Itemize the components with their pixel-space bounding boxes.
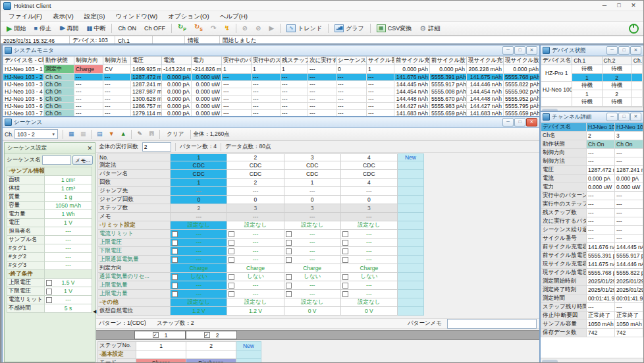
table-cell[interactable]: 2: [227, 154, 284, 161]
column-header[interactable]: Ch.: [631, 57, 642, 65]
device-status-titlebar[interactable]: デバイス状態 ─ □ ✕: [541, 45, 643, 56]
table-cell[interactable]: ---: [284, 290, 340, 298]
close-icon[interactable]: ✕: [630, 46, 641, 55]
table-cell[interactable]: ---: [171, 290, 227, 298]
table-cell[interactable]: 0: [227, 196, 284, 204]
table-row[interactable]: HJ-Neo 103 - 6Ch On------1286.757 mV0.00…: [3, 103, 540, 110]
checkbox-icon[interactable]: [286, 283, 292, 289]
table-cell[interactable]: New: [236, 342, 261, 350]
table-cell[interactable]: ---: [340, 281, 397, 290]
table-cell[interactable]: No.: [98, 154, 171, 161]
table-cell[interactable]: 1 cm³: [45, 184, 92, 193]
hold-button[interactable]: ⊘: [238, 22, 252, 35]
table-cell[interactable]: ---: [227, 213, 284, 221]
table-cell[interactable]: しない: [284, 273, 340, 281]
ch-off-button[interactable]: Ch OFF: [140, 22, 169, 35]
column-header[interactable]: Ch.1: [572, 57, 602, 65]
table-cell[interactable]: [45, 167, 92, 176]
table-cell[interactable]: CDC: [227, 161, 284, 170]
table-cell[interactable]: ---: [45, 253, 92, 262]
table-cell[interactable]: 設定なし: [284, 298, 340, 307]
table-cell[interactable]: 設定なし: [227, 298, 284, 307]
table-cell[interactable]: 0: [171, 196, 227, 204]
column-header[interactable]: 電流: [162, 57, 192, 65]
table-cell[interactable]: ---: [171, 281, 227, 290]
column-header[interactable]: 現サイクル放電容量: [504, 57, 540, 65]
table-row[interactable]: HJ-Neo 103 - 3Ch On------1287.241 mV0.00…: [3, 81, 540, 88]
column-header[interactable]: 現サイクル充電容量: [467, 57, 504, 65]
table-cell[interactable]: [397, 247, 423, 256]
table-cell[interactable]: 1.5 V: [45, 279, 92, 287]
step-2-checkbox[interactable]: 2: [186, 331, 237, 339]
table-cell[interactable]: 1 Wh: [45, 210, 92, 219]
table-cell[interactable]: 下限電圧: [98, 247, 171, 256]
table-cell[interactable]: ---: [340, 247, 397, 256]
table-cell[interactable]: 担当者名: [7, 227, 45, 236]
table-cell[interactable]: [397, 204, 423, 213]
sequence-titlebar[interactable]: シーケンス ─ □ ✕: [3, 117, 539, 128]
table-cell[interactable]: ---: [284, 247, 340, 256]
table-cell[interactable]: ---: [227, 187, 284, 196]
table-cell[interactable]: 1: [171, 154, 227, 161]
checkbox-icon[interactable]: [228, 257, 234, 263]
table-cell[interactable]: ---: [45, 236, 92, 244]
table-cell[interactable]: メモ: [98, 213, 171, 221]
jump-button[interactable]: ↯: [220, 22, 233, 35]
table-cell[interactable]: Charge: [284, 264, 340, 273]
table-cell[interactable]: Charge: [340, 264, 397, 273]
resume-button[interactable]: ▮▶再開: [55, 22, 83, 35]
export-icon[interactable]: ▲: [118, 129, 128, 139]
table-cell[interactable]: サンプル名: [7, 236, 45, 244]
trend-button[interactable]: ∿トレンド: [282, 22, 326, 35]
table-cell[interactable]: [397, 161, 423, 170]
table-cell[interactable]: 3: [227, 204, 284, 213]
table-row[interactable]: 待機待機: [541, 98, 643, 107]
table-cell[interactable]: [236, 359, 261, 363]
table-cell[interactable]: ---: [227, 256, 284, 264]
table-cell[interactable]: CDC: [171, 161, 227, 170]
table-cell[interactable]: 2: [227, 179, 284, 187]
table-cell[interactable]: CDC: [284, 161, 340, 170]
table-cell[interactable]: ---: [171, 230, 227, 238]
table-cell[interactable]: [397, 170, 423, 179]
table-cell[interactable]: ---: [171, 187, 227, 196]
table-cell[interactable]: 電圧: [7, 219, 45, 227]
table-cell[interactable]: ステップ数: [98, 204, 171, 213]
table-cell[interactable]: [397, 256, 423, 264]
menu-settings[interactable]: 設定(S): [79, 11, 111, 21]
table-cell[interactable]: [397, 290, 423, 298]
table-cell[interactable]: [397, 196, 423, 204]
channel-selector[interactable]: Ch. 103 - 2▼: [5, 129, 58, 139]
table-cell[interactable]: パターン名: [98, 170, 171, 179]
table-cell[interactable]: ---: [227, 238, 284, 247]
maximize-icon[interactable]: □: [618, 46, 630, 55]
table-cell[interactable]: 3: [284, 204, 340, 213]
table-cell[interactable]: 1.2 V: [227, 307, 284, 316]
table-cell[interactable]: しない: [340, 273, 397, 281]
column-header[interactable]: サイクル番号: [367, 57, 394, 65]
checkbox-icon[interactable]: [228, 283, 234, 289]
table-cell[interactable]: [397, 213, 423, 221]
table-cell[interactable]: ---: [284, 230, 340, 238]
table-cell[interactable]: 1: [136, 342, 186, 350]
checkbox-icon[interactable]: [172, 231, 178, 237]
table-cell[interactable]: 3: [340, 204, 397, 213]
table-cell[interactable]: 面積: [7, 176, 45, 184]
table-cell[interactable]: #タグ2: [7, 253, 45, 262]
menu-options[interactable]: オプション(O): [163, 11, 214, 21]
checkbox-icon[interactable]: [342, 248, 348, 254]
checkbox-icon[interactable]: [342, 274, 348, 280]
maximize-icon[interactable]: □: [514, 118, 525, 126]
table-cell[interactable]: ---: [284, 238, 340, 247]
suspend-button[interactable]: ▮▮中断: [82, 22, 109, 35]
minimize-icon[interactable]: ─: [606, 113, 618, 121]
table-cell[interactable]: 2: [171, 204, 227, 213]
close-icon[interactable]: ✕: [87, 145, 92, 152]
checkbox-icon[interactable]: [286, 231, 292, 237]
table-cell[interactable]: 0 V: [340, 307, 397, 316]
table-cell[interactable]: CDC: [171, 170, 227, 179]
column-header[interactable]: 実行中のステ...: [252, 57, 281, 65]
graph-button[interactable]: ▂▅▇グラフ: [331, 22, 368, 35]
table-row[interactable]: HJ-Neo 103 - 7Ch On------1279.114 mV0.00…: [3, 110, 540, 117]
edit-memo-icon[interactable]: ✎: [134, 129, 145, 139]
